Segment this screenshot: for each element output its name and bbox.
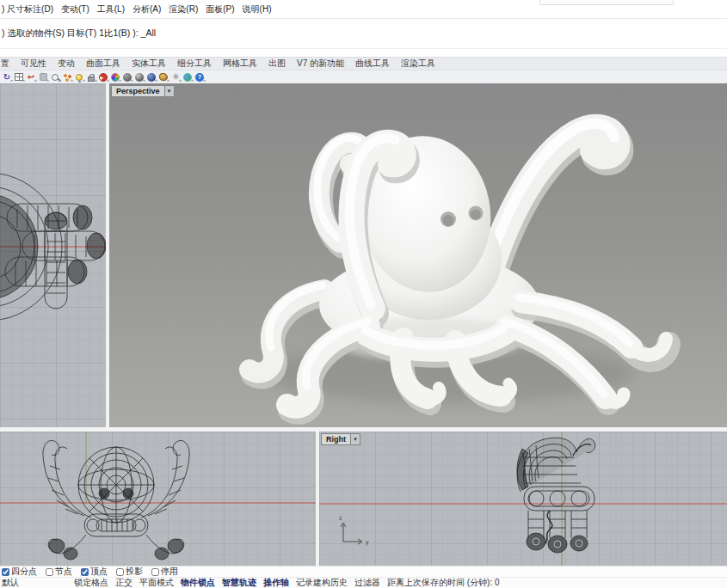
material-icon[interactable]: [158, 72, 169, 83]
sphere-glyph: [147, 73, 156, 82]
undo-view-icon[interactable]: ↩: [26, 72, 36, 83]
osnap-vertex[interactable]: 顶点: [81, 566, 108, 578]
status-smarttrack[interactable]: 智慧轨迹: [222, 577, 256, 588]
rhino-window: ) 尺寸标注(D) 变动(T) 工具(L) 分析(A) 渲染(R) 面板(P) …: [0, 0, 727, 588]
perspective-viewport-label[interactable]: Perspective: [111, 85, 165, 97]
right-viewport-label[interactable]: Right: [321, 433, 351, 445]
tab-drafting[interactable]: 出图: [268, 58, 286, 70]
menu-dimension[interactable]: ) 尺寸标注(D): [2, 3, 53, 15]
star-glyph: ✳: [171, 72, 179, 82]
render-icon[interactable]: [98, 72, 108, 83]
perspective-label-group: Perspective ▼: [111, 85, 175, 97]
tab-visibility[interactable]: 可见性: [21, 58, 46, 70]
floating-panel-edge: [539, 0, 674, 5]
render-glyph: [99, 73, 108, 82]
viewport-perspective[interactable]: Perspective ▼: [109, 83, 727, 427]
axis-widget: [341, 523, 362, 544]
osnap-quad-checkbox[interactable]: [2, 568, 9, 576]
sphere-glyph: [123, 73, 132, 82]
status-bar: 默认 锁定格点 正交 平面模式 物件锁点 智慧轨迹 操作轴 记录建构历史 过滤器…: [0, 577, 727, 588]
status-gumball[interactable]: 操作轴: [263, 577, 289, 588]
status-osnap[interactable]: 物件锁点: [181, 577, 215, 588]
help-icon[interactable]: ?: [194, 72, 205, 83]
command-area: ) 选取的物件(S) 目标(T) 1比1(B) ): _All: [0, 19, 727, 57]
osnap-quad[interactable]: 四分点: [2, 566, 37, 578]
pan-icon[interactable]: [38, 72, 48, 83]
pan-glyph: [40, 73, 47, 81]
osnap-knot[interactable]: 节点: [46, 566, 72, 578]
tab-transform[interactable]: 变动: [58, 58, 75, 70]
osnap-project-checkbox[interactable]: [116, 568, 124, 576]
zoom-icon[interactable]: [50, 72, 60, 83]
main-toolbar: ↻ ↩ ✳ ?: [0, 70, 727, 83]
viewport-top[interactable]: [0, 83, 106, 427]
osnap-quad-label: 四分点: [11, 566, 37, 578]
axis-y-label: y: [366, 539, 369, 546]
osnap-disable-checkbox[interactable]: [151, 568, 159, 576]
osnap-disable[interactable]: 停用: [151, 566, 178, 578]
command-input[interactable]: [0, 49, 727, 57]
color-wheel-icon[interactable]: [110, 72, 120, 83]
status-ortho[interactable]: 正交: [115, 577, 132, 588]
globe-glyph: [183, 73, 192, 82]
menu-render[interactable]: 渲染(R): [169, 3, 198, 15]
right-view-wireframe: z y: [319, 432, 727, 566]
command-history: ) 选取的物件(S) 目标(T) 1比1(B) ): _All: [0, 19, 727, 49]
status-planar[interactable]: 平面模式: [139, 577, 174, 588]
octopus-render: [109, 83, 727, 427]
zoom-target-icon[interactable]: [62, 72, 72, 83]
lock-glyph: [88, 77, 95, 82]
tab-solid-tools[interactable]: 实体工具: [132, 58, 166, 70]
osnap-knot-checkbox[interactable]: [46, 568, 53, 576]
sphere-glyph: [135, 73, 144, 82]
menu-tools[interactable]: 工具(L): [97, 3, 125, 15]
tab-render-tools[interactable]: 渲染工具: [401, 58, 435, 70]
command-history-text: ) 选取的物件(S) 目标(T) 1比1(B) ): _All: [2, 28, 156, 40]
current-layer[interactable]: 默认: [2, 577, 67, 588]
raytraced-display-icon[interactable]: [146, 72, 157, 83]
tab-subd-tools[interactable]: 细分工具: [177, 58, 212, 70]
tab-mesh-tools[interactable]: 网格工具: [223, 58, 257, 70]
wheel-glyph: [111, 73, 120, 82]
rendered-display-icon[interactable]: [134, 72, 145, 83]
viewport-zone: Perspective ▼: [0, 83, 727, 566]
status-grid-snap[interactable]: 锁定格点: [74, 577, 108, 588]
osnap-vertex-checkbox[interactable]: [81, 568, 89, 576]
lock-icon[interactable]: [86, 72, 96, 83]
osnap-project[interactable]: 投影: [116, 566, 143, 578]
osnap-bar: 四分点 节点 顶点 投影 停用: [0, 566, 727, 577]
viewport-layout-icon[interactable]: [14, 72, 24, 83]
material-glyph: [159, 73, 168, 81]
viewport-right[interactable]: Right ▼ z y: [319, 432, 727, 566]
perspective-viewport-menu-icon[interactable]: ▼: [165, 85, 175, 97]
menu-transform[interactable]: 变动(T): [61, 3, 89, 15]
top-view-wireframe: [0, 83, 106, 427]
osnap-knot-label: 节点: [55, 566, 72, 578]
environment-icon[interactable]: [182, 72, 193, 83]
rotate-glyph: ↻: [3, 73, 10, 82]
axis-z-label: z: [339, 515, 342, 521]
right-viewport-menu-icon[interactable]: ▼: [351, 433, 360, 445]
shaded-display-icon[interactable]: [122, 72, 132, 83]
menu-analyze[interactable]: 分析(A): [132, 3, 161, 15]
osnap-project-label: 投影: [126, 566, 143, 578]
dots-glyph: [63, 73, 71, 82]
status-save-timer: 距离上次保存的时间 (分钟): 0: [387, 577, 500, 588]
status-filter[interactable]: 过滤器: [354, 577, 380, 588]
front-view-wireframe: [0, 432, 316, 566]
osnap-disable-label: 停用: [161, 566, 178, 578]
rotate-view-icon[interactable]: ↻: [2, 72, 12, 83]
tab-config[interactable]: 置: [1, 58, 9, 70]
viewport-front[interactable]: [0, 432, 316, 566]
right-label-group: Right ▼: [321, 433, 360, 445]
tab-surface-tools[interactable]: 曲面工具: [86, 58, 120, 70]
menu-panels[interactable]: 面板(P): [206, 3, 234, 15]
texture-mapping-icon[interactable]: ✳: [170, 72, 181, 83]
tab-curve-tools[interactable]: 曲线工具: [355, 58, 390, 70]
toolbar-tabbar: 置 可见性 变动 曲面工具 实体工具 细分工具 网格工具 出图 V7 的新功能 …: [0, 57, 727, 70]
menu-help[interactable]: 说明(H): [243, 3, 272, 15]
osnap-vertex-label: 顶点: [90, 566, 108, 578]
light-icon[interactable]: [74, 72, 84, 83]
tab-v7-features[interactable]: V7 的新功能: [297, 58, 344, 70]
status-history[interactable]: 记录建构历史: [296, 577, 348, 588]
